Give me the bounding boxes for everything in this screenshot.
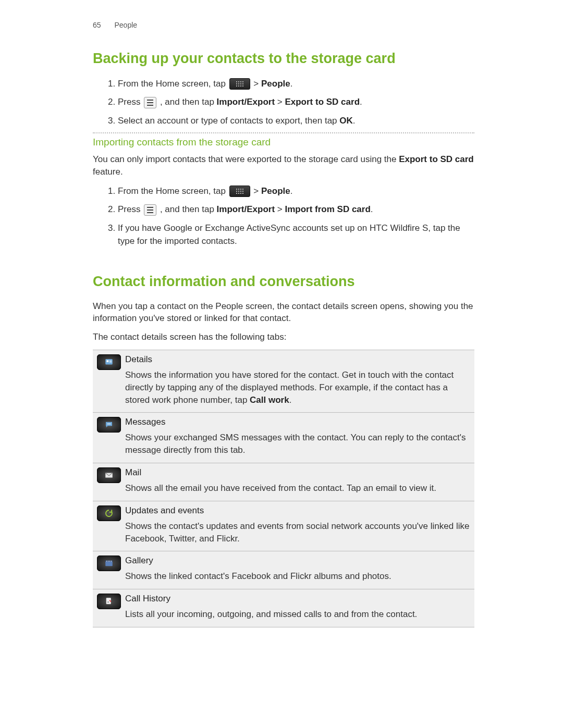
svg-rect-1 xyxy=(107,360,109,362)
menu-icon xyxy=(144,97,156,108)
svg-rect-11 xyxy=(108,561,109,562)
svg-point-5 xyxy=(108,424,109,425)
heading-contact-info: Contact information and conversations xyxy=(93,273,474,291)
tab-desc: Shows all the email you have received fr… xyxy=(125,482,470,495)
svg-point-4 xyxy=(107,424,108,425)
import-step-3: If you have Google or Exchange ActiveSyn… xyxy=(118,221,474,248)
mail-icon xyxy=(97,467,121,483)
backup-step-2: Press , and then tap Import/Export > Exp… xyxy=(118,95,474,109)
import-steps-list: From the Home screen, tap > People. Pres… xyxy=(93,184,474,248)
apps-icon xyxy=(229,78,250,90)
messages-icon xyxy=(97,417,121,433)
tab-desc: Shows your exchanged SMS messages with t… xyxy=(125,431,470,456)
apps-icon xyxy=(229,186,250,197)
tab-title: Gallery xyxy=(125,556,470,566)
tab-desc: Shows the contact's updates and events f… xyxy=(125,520,470,545)
call-history-icon xyxy=(97,594,121,609)
svg-rect-13 xyxy=(111,561,112,562)
svg-rect-12 xyxy=(109,561,111,562)
svg-rect-3 xyxy=(109,362,112,362)
backup-step-3: Select an account or type of contacts to… xyxy=(118,114,474,128)
menu-icon xyxy=(144,204,156,216)
page-number: 65 xyxy=(93,21,101,29)
tab-title: Details xyxy=(125,354,470,365)
import-intro: You can only import contacts that were e… xyxy=(93,153,474,178)
tab-desc: Shows the information you have stored fo… xyxy=(125,369,470,406)
divider xyxy=(93,132,474,133)
tab-title: Messages xyxy=(125,417,470,427)
tab-desc: Shows the linked contact's Facebook and … xyxy=(125,570,470,583)
contact-info-p2: The contact details screen has the follo… xyxy=(93,331,474,343)
table-row: Details Shows the information you have s… xyxy=(93,350,474,412)
svg-rect-2 xyxy=(109,361,112,361)
tab-desc: Lists all your incoming, outgoing, and m… xyxy=(125,608,470,621)
table-row: Call History Lists all your incoming, ou… xyxy=(93,589,474,627)
section-name: People xyxy=(114,21,137,29)
tab-title: Call History xyxy=(125,594,470,604)
table-row: Messages Shows your exchanged SMS messag… xyxy=(93,413,474,463)
backup-steps-list: From the Home screen, tap > People. Pres… xyxy=(93,77,474,128)
table-row: Updates and events Shows the contact's u… xyxy=(93,501,474,551)
backup-step-1: From the Home screen, tap > People. xyxy=(118,77,474,91)
table-row: Mail Shows all the email you have receiv… xyxy=(93,463,474,501)
subheading-import: Importing contacts from the storage card xyxy=(93,137,474,148)
tab-title: Mail xyxy=(125,467,470,478)
gallery-icon xyxy=(97,556,121,571)
contact-info-p1: When you tap a contact on the People scr… xyxy=(93,300,474,325)
import-step-2: Press , and then tap Import/Export > Imp… xyxy=(118,203,474,216)
updates-icon xyxy=(97,505,121,521)
import-step-1: From the Home screen, tap > People. xyxy=(118,184,474,198)
table-row: Gallery Shows the linked contact's Faceb… xyxy=(93,551,474,589)
details-icon xyxy=(97,354,121,370)
svg-rect-10 xyxy=(106,561,107,562)
svg-point-6 xyxy=(109,424,111,425)
tabs-table: Details Shows the information you have s… xyxy=(93,350,474,627)
tab-title: Updates and events xyxy=(125,505,470,516)
page-header: 65 People xyxy=(93,21,474,29)
heading-backup: Backing up your contacts to the storage … xyxy=(93,50,474,68)
